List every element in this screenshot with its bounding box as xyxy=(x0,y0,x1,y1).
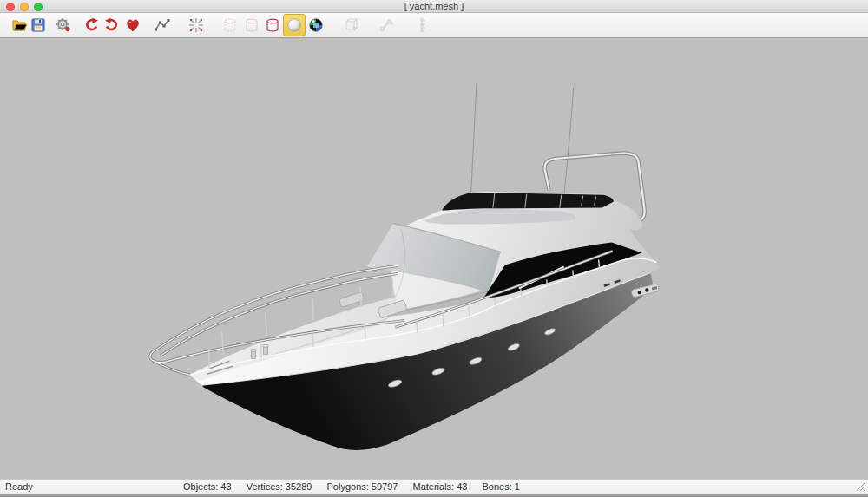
view-points-button xyxy=(219,14,241,36)
dashed-wire-box-icon xyxy=(221,16,239,34)
joint-chain-icon xyxy=(413,16,431,34)
wire-box-icon xyxy=(243,16,260,34)
redo-button[interactable] xyxy=(101,14,123,36)
save-file-button[interactable] xyxy=(27,14,49,36)
toolbar xyxy=(0,13,868,38)
textured-sphere-icon xyxy=(307,16,325,34)
title-bar: [ yacht.mesh ] xyxy=(0,0,868,13)
view-textured-button[interactable] xyxy=(305,14,327,36)
viewport-canvas[interactable] xyxy=(0,38,868,479)
box-arrow-icon xyxy=(343,16,360,34)
window-title: [ yacht.mesh ] xyxy=(0,0,868,12)
folder-open-icon xyxy=(10,16,28,34)
app-window: [ yacht.mesh ] xyxy=(0,0,868,497)
starburst-icon xyxy=(187,16,205,34)
stat-materials: Materials:43 xyxy=(412,481,467,492)
shaded-sphere-icon xyxy=(286,16,303,34)
view-hiddenline-button[interactable] xyxy=(261,14,284,36)
polyline-icon xyxy=(154,16,171,34)
snap-points-button[interactable] xyxy=(185,14,207,36)
joint-chain-button xyxy=(411,14,433,36)
stat-polygons: Polygons:59797 xyxy=(327,481,398,492)
status-bar: Ready Objects:43 Vertices:35289 Polygons… xyxy=(0,479,868,494)
floppy-disk-icon xyxy=(30,16,47,34)
undo-arrow-icon xyxy=(82,16,100,34)
stat-vertices: Vertices:35289 xyxy=(247,481,312,492)
red-wire-box-icon xyxy=(264,16,281,34)
favorite-button[interactable] xyxy=(122,14,144,36)
yacht-model[interactable] xyxy=(150,83,660,450)
heart-icon xyxy=(124,16,141,34)
undo-button[interactable] xyxy=(80,14,102,36)
bones-button xyxy=(375,14,398,36)
settings-button[interactable] xyxy=(52,14,75,36)
flybridge-glass-band xyxy=(442,193,614,211)
model-stats: Objects:43 Vertices:35289 Polygons:59797… xyxy=(183,480,532,494)
view-shaded-button[interactable] xyxy=(283,14,306,36)
view-wireframe-button xyxy=(240,14,263,36)
edit-path-button[interactable] xyxy=(151,14,174,36)
bone-icon xyxy=(378,16,395,34)
stat-bones: Bones:1 xyxy=(482,481,519,492)
redo-arrow-icon xyxy=(103,16,121,34)
uv-mapping-button xyxy=(340,14,363,36)
status-message: Ready xyxy=(5,480,33,494)
gear-icon xyxy=(55,16,72,34)
resize-grip[interactable] xyxy=(855,482,865,494)
stat-objects: Objects:43 xyxy=(183,481,232,492)
viewport-3d[interactable] xyxy=(0,38,868,479)
